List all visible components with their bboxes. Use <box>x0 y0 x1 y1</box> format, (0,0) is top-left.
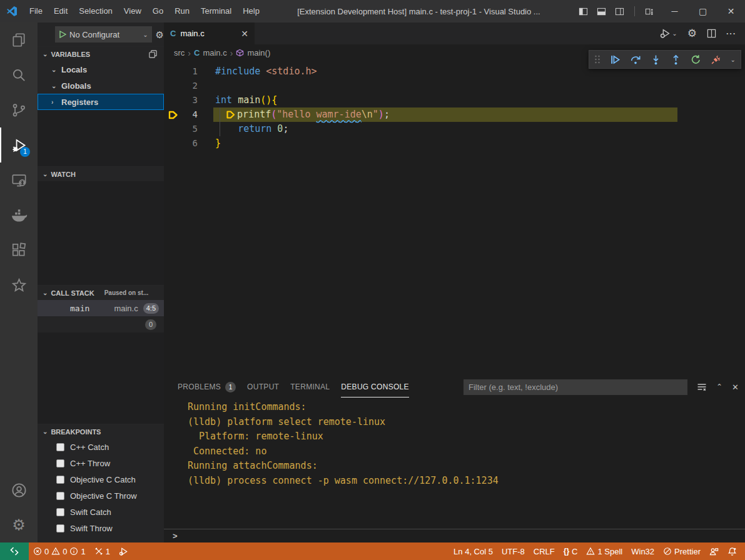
more-actions-icon[interactable]: ··· <box>726 29 736 38</box>
settings-button[interactable]: ⚙ <box>0 508 38 542</box>
notifications-button[interactable] <box>723 542 741 560</box>
close-button[interactable]: ✕ <box>717 0 745 22</box>
eol-indicator[interactable]: CRLF <box>529 542 559 560</box>
breakpoint-row[interactable]: Objective C Throw <box>38 488 164 504</box>
breadcrumb-file[interactable]: main.c <box>203 48 226 58</box>
code-line[interactable]: 4 printf("hello wamr-ide\n"); <box>164 108 745 122</box>
chevron-down-icon: ⌄ <box>43 428 48 435</box>
menu-item-edit[interactable]: Edit <box>48 0 73 22</box>
split-editor-icon[interactable] <box>707 29 716 38</box>
checkbox-unchecked[interactable] <box>56 459 64 468</box>
panel-tab-terminal[interactable]: TERMINAL <box>290 376 330 398</box>
restart-button[interactable] <box>691 54 701 65</box>
menu-item-run[interactable]: Run <box>169 0 195 22</box>
open-launch-json-gear-icon[interactable]: ⚙ <box>156 30 164 39</box>
continue-button[interactable] <box>610 54 621 65</box>
platform-indicator[interactable]: Win32 <box>627 542 659 560</box>
feedback-icon <box>709 547 719 556</box>
breakpoints-section-header[interactable]: ⌄ BREAKPOINTS <box>38 424 164 439</box>
breakpoint-row[interactable]: Swift Throw <box>38 520 164 536</box>
maximize-panel-icon[interactable]: ⌃ <box>716 382 722 391</box>
variables-item-registers[interactable]: ›Registers <box>38 94 164 110</box>
call-stack-section-header[interactable]: ⌄ CALL STACK Paused on st... <box>38 285 164 300</box>
spell-checker-status[interactable]: 1 Spell <box>582 542 627 560</box>
customize-layout-icon[interactable] <box>645 7 654 16</box>
debug-status[interactable] <box>114 542 133 560</box>
run-or-debug-icon[interactable]: ⌄ <box>660 28 677 39</box>
sidebar-item-extensions[interactable] <box>0 232 38 268</box>
variables-item-locals[interactable]: ⌄Locals <box>38 61 164 78</box>
launch-config-dropdown[interactable]: No Configurat ⌄ <box>55 26 152 42</box>
stack-frame-row[interactable]: main main.c 4:5 <box>38 300 164 316</box>
code-line[interactable]: 3int main(){ <box>164 93 745 108</box>
chevron-down-icon[interactable]: ⌄ <box>731 56 736 63</box>
close-panel-icon[interactable]: ✕ <box>732 382 739 392</box>
prettier-status[interactable]: Prettier <box>659 542 705 560</box>
breakpoints-title: BREAKPOINTS <box>51 428 101 436</box>
sidebar-item-docker[interactable] <box>0 198 38 232</box>
minimize-button[interactable]: ─ <box>661 0 689 22</box>
menu-item-file[interactable]: File <box>24 0 48 22</box>
checkbox-unchecked[interactable] <box>56 443 64 451</box>
account-button[interactable] <box>0 472 38 508</box>
toggle-panel-icon[interactable] <box>597 7 606 16</box>
panel-tab-debug-console[interactable]: DEBUG CONSOLE <box>341 376 409 398</box>
menu-item-selection[interactable]: Selection <box>73 0 118 22</box>
variables-section-header[interactable]: ⌄ VARIABLES <box>38 46 164 61</box>
toolbar-drag-grip[interactable] <box>594 54 601 64</box>
menu-item-view[interactable]: View <box>118 0 147 22</box>
checkbox-unchecked[interactable] <box>56 492 64 500</box>
sidebar-item-remote-explorer[interactable] <box>0 162 38 198</box>
breakpoint-row[interactable]: Objective C Catch <box>38 471 164 488</box>
copy-icon[interactable] <box>148 49 158 59</box>
breakpoint-row[interactable]: C++ Catch <box>38 439 164 455</box>
menu-item-go[interactable]: Go <box>147 0 169 22</box>
code-line[interactable]: 6} <box>164 136 745 151</box>
remote-indicator[interactable] <box>0 542 29 560</box>
checkbox-unchecked[interactable] <box>56 524 64 532</box>
menu-item-terminal[interactable]: Terminal <box>195 0 237 22</box>
disconnect-button[interactable] <box>711 54 721 65</box>
console-filter-input[interactable] <box>464 379 687 395</box>
breadcrumb-folder[interactable]: src <box>174 48 185 58</box>
close-tab-icon[interactable]: ✕ <box>241 29 248 39</box>
clear-console-icon[interactable] <box>697 382 707 392</box>
breakpoint-row[interactable]: C++ Throw <box>38 455 164 471</box>
variables-item-globals[interactable]: ⌄Globals <box>38 78 164 94</box>
code-token: ; <box>283 122 288 136</box>
line-number: 4 <box>180 108 198 122</box>
tab-main-c[interactable]: C main.c ✕ <box>164 22 255 44</box>
sidebar-item-source-control[interactable] <box>0 92 38 128</box>
console-line: Running attachCommands: <box>188 459 745 474</box>
sidebar-item-star[interactable] <box>0 268 38 302</box>
checkbox-unchecked[interactable] <box>56 508 64 516</box>
breadcrumb-symbol[interactable]: main() <box>247 48 270 58</box>
code-line[interactable]: 2 <box>164 79 745 93</box>
maximize-button[interactable]: ▢ <box>689 0 717 22</box>
breakpoint-row[interactable]: Swift Catch <box>38 504 164 520</box>
sidebar-item-explorer[interactable] <box>0 22 38 58</box>
feedback-button[interactable] <box>705 542 723 560</box>
step-into-button[interactable] <box>651 54 661 65</box>
settings-gear-icon[interactable]: ⚙ <box>687 28 697 39</box>
tools-status[interactable]: 1 <box>90 542 114 560</box>
debug-console-input[interactable]: > <box>164 529 745 542</box>
debug-console-output[interactable]: Running initCommands:(lldb) platform sel… <box>164 398 745 529</box>
code-line[interactable]: 5 return 0; <box>164 122 745 136</box>
checkbox-unchecked[interactable] <box>56 476 64 484</box>
encoding-indicator[interactable]: UTF-8 <box>497 542 529 560</box>
panel-tab-output[interactable]: OUTPUT <box>247 376 279 398</box>
step-out-button[interactable] <box>671 54 681 65</box>
cursor-position[interactable]: Ln 4, Col 5 <box>449 542 497 560</box>
code-editor[interactable]: 1#include <stdio.h>23int main(){4 printf… <box>164 61 745 376</box>
toggle-sidebar-icon[interactable] <box>579 7 588 16</box>
watch-section-header[interactable]: ⌄ WATCH <box>38 166 164 181</box>
step-over-button[interactable] <box>630 54 641 65</box>
sidebar-item-search[interactable] <box>0 58 38 92</box>
toggle-secondary-sidebar-icon[interactable] <box>615 7 624 16</box>
panel-tab-problems[interactable]: PROBLEMS1 <box>178 376 236 398</box>
sidebar-item-run-debug[interactable]: 1 <box>0 128 38 162</box>
problems-status[interactable]: 0 0 1 <box>29 542 90 560</box>
menu-item-help[interactable]: Help <box>237 0 265 22</box>
language-mode[interactable]: {} C <box>559 542 582 560</box>
